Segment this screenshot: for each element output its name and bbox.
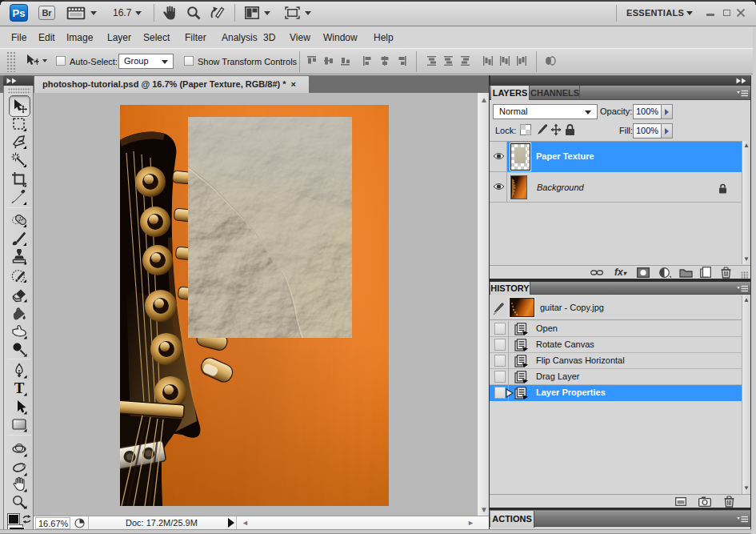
svg-text:T: T	[14, 380, 25, 396]
